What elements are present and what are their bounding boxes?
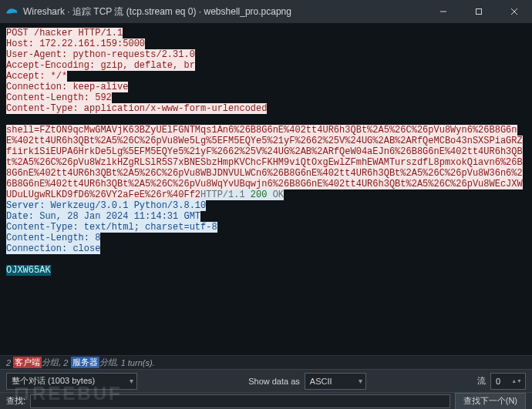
close-button[interactable]	[497, 0, 532, 23]
request-header: Host: 172.22.161.159:5000	[6, 39, 145, 49]
find-input[interactable]	[30, 394, 450, 408]
show-as-select[interactable]: ASCII ▾	[305, 373, 366, 390]
response-header: Connection: close	[6, 243, 100, 254]
minimize-button[interactable]	[426, 0, 461, 23]
server-pkts-label: 服务器	[71, 357, 99, 368]
packet-summary: 2 客户端分组, 2 服务器分组, 1 turn(s).	[0, 355, 532, 369]
request-header: Accept-Encoding: gzip, deflate, br	[6, 60, 195, 71]
response-header: Content-Length: 8	[6, 233, 100, 243]
app-name: Wireshark	[23, 6, 65, 17]
request-header: User-Agent: python-requests/2.31.0	[6, 49, 195, 60]
response-header: Date: Sun, 28 Jan 2024 11:14:31 GMT	[6, 211, 200, 222]
chevron-down-icon: ▾	[130, 377, 133, 385]
titlebar: Wireshark · 追踪 TCP 流 (tcp.stream eq 0) ·…	[0, 0, 532, 23]
request-header: Content-Length: 592	[6, 92, 112, 103]
request-line: POST /hacker HTTP/1.1	[6, 28, 123, 39]
request-body-and-status: shell=FZtON9qcMwGMAVjK63BZyUElFGNTMqs1An…	[6, 125, 526, 200]
client-pkts-label: 客户端	[13, 357, 42, 368]
find-bar: 查找: 查找下一个(N)	[0, 392, 532, 409]
stream-spinbox[interactable]: 0 ▲▼	[490, 373, 526, 390]
conversation-select[interactable]: 整个对话 (1003 bytes) ▾	[6, 373, 137, 390]
maximize-button[interactable]	[461, 0, 497, 23]
tcp-stream-content[interactable]: POST /hacker HTTP/1.1 Host: 172.22.161.1…	[0, 23, 532, 355]
app-icon	[5, 5, 19, 18]
stream-label: 流	[477, 375, 486, 387]
stream-toolbar: 整个对话 (1003 bytes) ▾ Show data as ASCII ▾…	[0, 369, 532, 392]
window-title: 追踪 TCP 流 (tcp.stream eq 0) · webshell_pr…	[72, 5, 291, 18]
response-body: OJXW65AK	[6, 265, 51, 276]
title-separator: ·	[65, 6, 72, 17]
response-header: Content-Type: text/html; charset=utf-8	[6, 222, 217, 233]
request-header: Connection: keep-alive	[6, 82, 128, 92]
response-header: Server: Werkzeug/3.0.1 Python/3.8.10	[6, 200, 206, 211]
svg-rect-1	[476, 9, 482, 15]
spin-arrows-icon: ▲▼	[511, 379, 522, 383]
chevron-down-icon: ▾	[359, 377, 362, 385]
show-as-label: Show data as	[248, 377, 300, 386]
find-label: 查找:	[6, 395, 25, 407]
request-header: Content-Type: application/x-www-form-url…	[6, 103, 267, 114]
request-header: Accept: */*	[6, 71, 67, 82]
find-next-button[interactable]: 查找下一个(N)	[455, 393, 526, 410]
